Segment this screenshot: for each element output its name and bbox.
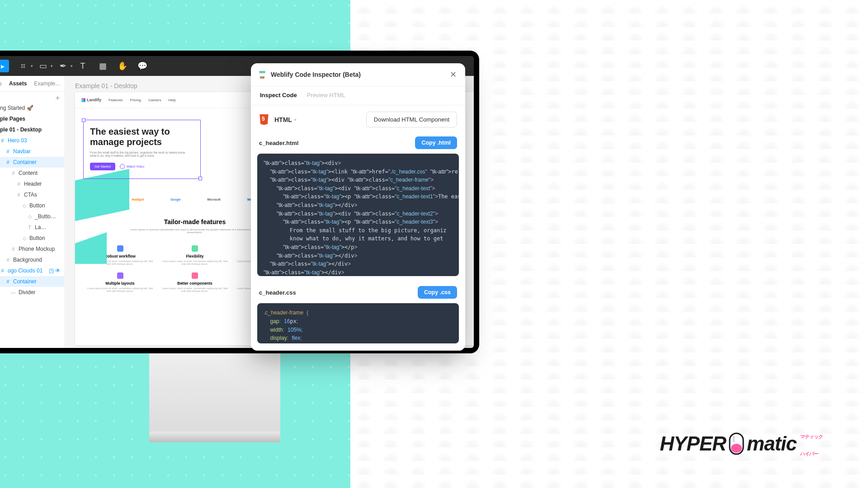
layer-item[interactable]: ◇_Butto…: [0, 211, 64, 222]
pen-tool[interactable]: ✒: [57, 60, 69, 72]
hypermatic-word1: HYPER: [660, 432, 726, 455]
tab-layers[interactable]: rs: [0, 80, 2, 87]
layers-panel: rs Assets Example… + ng Started 🚀ple Pag…: [0, 76, 64, 348]
layer-item[interactable]: #Phone Mockup: [0, 244, 64, 254]
html-code-block[interactable]: "tk-attr">class="tk-tag"><div> "tk-attr"…: [257, 154, 459, 276]
layer-item[interactable]: #Container: [0, 276, 64, 287]
html-filename: c_header.html: [259, 140, 298, 146]
format-select[interactable]: HTML: [274, 116, 297, 123]
hand-tool[interactable]: ✋: [117, 60, 128, 72]
layer-item[interactable]: —Divider: [0, 287, 64, 298]
weblify-plugin-dialog: Weblify Code Inspector (Beta) ✕ Inspect …: [251, 63, 465, 351]
tab-preview-html[interactable]: Preview HTML: [307, 92, 345, 99]
html5-icon: [259, 114, 269, 125]
hypermatic-word2: matic: [747, 432, 797, 455]
plugin-title: Weblify Code Inspector (Beta): [271, 71, 361, 78]
download-button[interactable]: Download HTML Component: [366, 112, 457, 127]
layer-item[interactable]: ◇Button: [0, 200, 64, 211]
layer-item[interactable]: #Container: [0, 157, 64, 168]
svg-rect-2: [733, 436, 735, 442]
shape-tool[interactable]: ▭: [37, 60, 49, 72]
css-filename: c_header.css: [259, 289, 296, 296]
layer-item[interactable]: ple 01 - Desktop: [0, 124, 64, 135]
plugin-cup-icon: [258, 70, 266, 80]
pill-icon: [728, 432, 745, 456]
monitor-stand: [149, 352, 280, 433]
frame-tool[interactable]: ⌗: [17, 60, 29, 72]
monitor-foot: [149, 432, 280, 442]
layer-item[interactable]: ple Pages: [0, 113, 64, 124]
layer-item[interactable]: #Hero 03: [0, 135, 64, 146]
copy-html-button[interactable]: Copy .html: [415, 136, 457, 149]
tab-inspect-code[interactable]: Inspect Code: [260, 92, 297, 99]
layer-item[interactable]: #Navbar: [0, 146, 64, 157]
layer-item[interactable]: #Header: [0, 178, 64, 189]
layer-item[interactable]: ng Started 🚀: [0, 103, 64, 113]
copy-css-button[interactable]: Copy .css: [418, 286, 457, 299]
layer-item[interactable]: TLa…: [0, 222, 64, 233]
tab-page[interactable]: Example…: [34, 80, 61, 87]
move-tool[interactable]: ▸: [0, 60, 9, 72]
frame-label[interactable]: Example 01 - Desktop: [75, 82, 137, 89]
svg-rect-1: [731, 444, 742, 453]
layer-item[interactable]: #ogo Clouds 01◳ 👁: [0, 265, 64, 276]
layer-item[interactable]: #Background: [0, 254, 64, 265]
text-tool[interactable]: T: [77, 60, 89, 72]
layer-item[interactable]: #Content: [0, 168, 64, 178]
add-page-button[interactable]: +: [56, 94, 60, 102]
tab-assets[interactable]: Assets: [9, 80, 27, 87]
layer-item[interactable]: #CTAs: [0, 189, 64, 200]
css-code-block[interactable]: .c_header-frame { gap: 16px; width: 105%…: [257, 303, 459, 343]
layer-item[interactable]: ◇Button: [0, 233, 64, 244]
resources-tool[interactable]: ▦: [97, 60, 108, 72]
close-icon[interactable]: ✕: [448, 70, 458, 80]
comment-tool[interactable]: 💬: [137, 60, 148, 72]
hypermatic-logo: HYPER matic マティックハイパー: [660, 431, 823, 456]
